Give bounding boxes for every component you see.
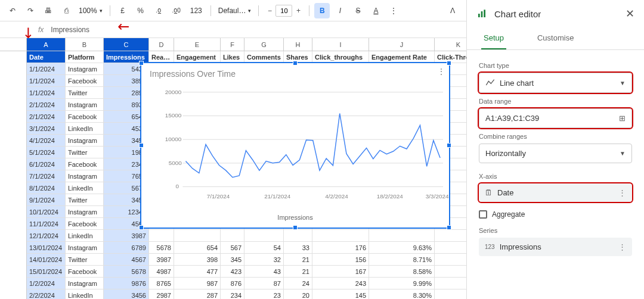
cell[interactable]: 2/2/2024 — [27, 289, 66, 299]
print-button[interactable]: 🖶 — [41, 3, 56, 18]
cell[interactable]: 10/1/2024 — [27, 206, 66, 217]
cell[interactable]: 9876 — [104, 278, 149, 289]
cell[interactable]: 8/1/2024 — [27, 182, 66, 194]
cell[interactable]: LinkedIn — [66, 230, 104, 241]
cell[interactable]: 32 — [244, 254, 284, 265]
tab-setup[interactable]: Setup — [481, 27, 506, 49]
cell[interactable]: Twitter — [66, 194, 104, 205]
cell[interactable]: 654 — [174, 242, 221, 253]
cell[interactable]: 2/1/2024 — [27, 99, 66, 110]
cell[interactable]: 8.71% — [369, 254, 435, 265]
embedded-chart[interactable]: ⋮ Impressions Over Time 20000 15000 1000… — [140, 62, 450, 229]
increase-decimal-button[interactable]: .0̲0 — [169, 3, 184, 18]
col-header[interactable]: F — [221, 38, 244, 51]
redo-button[interactable]: ↷ — [23, 3, 38, 18]
cell[interactable]: 477 — [174, 266, 221, 277]
cell[interactable]: 345 — [221, 254, 244, 265]
cell[interactable]: Engagement — [174, 51, 221, 63]
cell[interactable]: 1/1/2024 — [27, 63, 66, 74]
cell[interactable]: Facebook — [66, 75, 104, 86]
cell[interactable]: 1/2/2024 — [27, 278, 66, 289]
col-header[interactable]: C — [104, 38, 149, 51]
xaxis-field[interactable]: 🗓 Date ⋮ — [479, 183, 632, 202]
cell[interactable]: Twitter — [66, 87, 104, 98]
aggregate-checkbox[interactable] — [479, 210, 487, 219]
currency-button[interactable]: £ — [115, 3, 131, 18]
col-header[interactable]: D — [149, 38, 174, 51]
cell[interactable]: 6789 — [104, 242, 149, 253]
number-format-button[interactable]: 123 — [187, 3, 206, 18]
cell[interactable] — [149, 230, 174, 241]
cell[interactable] — [244, 230, 284, 241]
col-header[interactable]: H — [284, 38, 312, 51]
cell[interactable]: 23 — [244, 289, 284, 299]
cell[interactable] — [312, 230, 369, 241]
bold-button[interactable]: B — [314, 3, 330, 18]
text-color-button[interactable]: A — [368, 3, 383, 18]
cell[interactable]: 167 — [312, 266, 369, 277]
cell[interactable]: 54 — [244, 242, 284, 253]
cell[interactable]: 9/1/2024 — [27, 194, 66, 205]
cell[interactable]: Instagram — [66, 206, 104, 217]
series-more-button[interactable]: ⋮ — [618, 242, 626, 251]
cell[interactable]: 8.30% — [369, 289, 435, 299]
font-dropdown[interactable]: Defaul…▾ — [216, 3, 254, 18]
cell[interactable]: Platform — [66, 51, 104, 63]
chart-type-dropdown[interactable]: Line chart ▼ — [479, 73, 632, 93]
cell[interactable]: LinkedIn — [66, 289, 104, 299]
cell[interactable]: 21 — [284, 266, 312, 277]
cell[interactable]: 1/1/2024 — [27, 75, 66, 86]
cell[interactable]: Comments — [244, 51, 284, 63]
cell[interactable]: 287 — [174, 289, 221, 299]
tab-customise[interactable]: Customise — [535, 27, 576, 49]
select-all-corner[interactable] — [0, 38, 27, 51]
cell[interactable]: Instagram — [66, 170, 104, 182]
cell[interactable]: Twitter — [66, 147, 104, 158]
cell[interactable]: 156 — [312, 254, 369, 265]
cell[interactable]: LinkedIn — [66, 182, 104, 194]
cell[interactable]: Shares — [284, 51, 312, 63]
cell[interactable]: Instagram — [66, 99, 104, 110]
col-header[interactable]: G — [244, 38, 284, 51]
cell[interactable]: 5678 — [104, 266, 149, 277]
cell[interactable]: 7/1/2024 — [27, 170, 66, 182]
undo-button[interactable]: ↶ — [5, 3, 20, 18]
italic-button[interactable]: I — [332, 3, 348, 18]
cell[interactable]: Facebook — [66, 158, 104, 170]
cell[interactable]: Engagement Rate — [369, 51, 435, 63]
close-editor-button[interactable]: ✕ — [626, 7, 634, 20]
cell[interactable]: 12/1/2024 — [27, 230, 66, 241]
cell[interactable]: 3/1/2024 — [27, 123, 66, 134]
cell[interactable]: Twitter — [66, 254, 104, 265]
cell[interactable]: 876 — [221, 278, 244, 289]
data-range-input[interactable]: A1:A39,C1:C39 ⊞ — [479, 108, 632, 128]
cell[interactable]: 234 — [221, 289, 244, 299]
cell[interactable]: 33 — [284, 242, 312, 253]
cell[interactable]: Facebook — [66, 111, 104, 122]
cell[interactable]: 567 — [221, 242, 244, 253]
cell[interactable]: Instagram — [66, 278, 104, 289]
cell[interactable]: 87 — [244, 278, 284, 289]
cell[interactable]: 9.63% — [369, 242, 435, 253]
font-size-decrease[interactable]: − — [264, 4, 275, 17]
cell[interactable]: 1/1/2024 — [27, 87, 66, 98]
grid-icon[interactable]: ⊞ — [619, 114, 626, 123]
xaxis-more-button[interactable]: ⋮ — [618, 188, 626, 197]
cell[interactable]: Click_throughs — [312, 51, 369, 63]
cell[interactable]: Date — [27, 51, 66, 63]
decrease-decimal-button[interactable]: .0̲ — [151, 3, 166, 18]
cell[interactable]: Facebook — [66, 266, 104, 277]
cell[interactable]: 43 — [244, 266, 284, 277]
aggregate-checkbox-row[interactable]: Aggregate — [479, 210, 632, 219]
chart-menu-button[interactable]: ⋮ — [437, 67, 445, 76]
cell[interactable]: 13/01/2024 — [27, 242, 66, 253]
cell[interactable]: Facebook — [66, 218, 104, 229]
font-size-increase[interactable]: + — [292, 4, 304, 17]
cell[interactable] — [369, 230, 435, 241]
cell[interactable]: Likes — [221, 51, 244, 63]
cell[interactable]: Instagram — [66, 63, 104, 74]
cell[interactable]: 6/1/2024 — [27, 158, 66, 170]
strike-button[interactable]: S — [350, 3, 366, 18]
zoom-dropdown[interactable]: 100%▾ — [76, 3, 105, 18]
cell[interactable]: 21 — [284, 254, 312, 265]
